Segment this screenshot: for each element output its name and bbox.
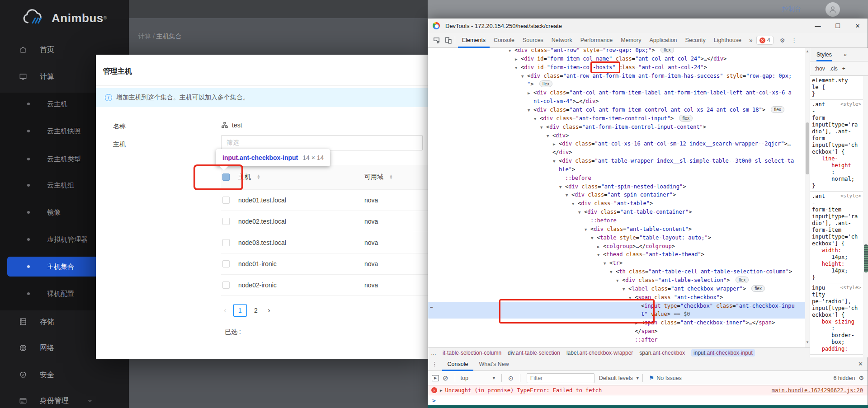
close-button[interactable]: ✕ — [848, 19, 868, 33]
device-toolbar-icon[interactable] — [444, 37, 452, 44]
tree-line[interactable]: ▼<th class="ant-table-cell ant-table-sel… — [428, 267, 805, 276]
tree-line[interactable]: ▶<div class="ant-col ant-form-item-label… — [428, 89, 805, 97]
row-checkbox[interactable] — [222, 260, 230, 267]
tree-line[interactable]: ▼<div class="ant-table-wrapper index__sl… — [428, 157, 805, 165]
devtools-tab-Lighthouse[interactable]: Lighthouse — [710, 33, 745, 48]
tree-line[interactable]: ▶<div class="ant-col-xs-16 ant-col-sm-12… — [428, 140, 805, 148]
stylesheet-source-link[interactable]: <style> — [840, 193, 861, 199]
pagination-page-1[interactable]: 1 — [233, 304, 247, 317]
expand-arrow-icon[interactable]: ▼ — [515, 64, 521, 72]
dom-crumb[interactable]: input.ant-checkbox-input — [691, 349, 755, 356]
expand-arrow-icon[interactable]: ▼ — [578, 208, 584, 217]
tree-line[interactable]: ▶<colgroup>…</colgroup> — [428, 242, 805, 251]
devtools-titlebar[interactable]: DevTools - 172.20.154.250/heat/stack/cre… — [428, 19, 868, 33]
expand-arrow-icon[interactable]: ▼ — [597, 251, 603, 259]
devtools-tab-Network[interactable]: Network — [547, 33, 576, 48]
tree-line[interactable]: ▼<div class="ant-row" style="row-gap: 0p… — [428, 48, 805, 55]
tree-line[interactable]: ▼<div class="ant-col ant-form-item-contr… — [428, 106, 805, 114]
expand-arrow-icon[interactable]: ▼ — [553, 157, 559, 166]
tree-line[interactable]: ▼<div> — [428, 131, 805, 140]
context-select[interactable]: top▼ — [458, 375, 499, 381]
row-checkbox[interactable] — [222, 281, 230, 289]
pagination-page-2[interactable]: 2 — [251, 307, 261, 314]
expand-arrow-icon[interactable]: ▼ — [540, 123, 546, 132]
expand-arrow-icon[interactable]: ▼ — [585, 225, 590, 234]
error-count-badge[interactable]: ✕ 4 — [756, 36, 774, 45]
styles-bar-:hov[interactable]: :hov — [815, 66, 825, 72]
style-rule[interactable]: <style>.ant-forminput[type='radio'], .an… — [810, 100, 863, 192]
styles-scrollbar[interactable] — [863, 76, 868, 357]
zone-column-header[interactable]: 可用域 — [364, 173, 383, 181]
expand-arrow-icon[interactable]: ▼ — [604, 259, 609, 268]
tree-line[interactable]: ▼<div class="ant-table-selection"> flex — [428, 276, 805, 285]
tree-line[interactable]: ▼<div class="ant-form-item-control-input… — [428, 114, 805, 123]
console-nav-link[interactable]: 控制台 — [782, 5, 801, 13]
minimize-button[interactable]: — — [808, 19, 828, 33]
tree-line[interactable]: </div> — [428, 148, 805, 157]
devtools-tab-Security[interactable]: Security — [681, 33, 710, 48]
tree-line[interactable]: ▼<div class="ant-table-content"> — [428, 225, 805, 234]
tab-styles[interactable]: Styles — [816, 48, 832, 61]
devtools-settings-gear-icon[interactable]: ⚙ — [780, 37, 785, 44]
expand-arrow-icon[interactable]: ▼ — [572, 200, 578, 208]
stylesheet-source-link[interactable]: <style> — [840, 285, 861, 291]
user-avatar[interactable] — [826, 2, 840, 17]
tree-line[interactable]: nt-col-sm-4">…</div> — [428, 97, 805, 106]
style-rule[interactable]: element.style {} — [810, 76, 863, 100]
collapsed-arrow-icon[interactable]: ▶ — [515, 55, 521, 64]
devtools-tab-Sources[interactable]: Sources — [519, 33, 547, 48]
collapsed-arrow-icon[interactable]: ▶ — [553, 140, 559, 149]
style-rule[interactable]: <style>.ant-form-iteminput[type='radio']… — [810, 192, 863, 283]
console-prompt[interactable]: > — [428, 395, 868, 405]
zone-sort-icon[interactable]: ▲▼ — [389, 174, 393, 180]
hidden-messages-count[interactable]: 6 hidden — [833, 375, 855, 381]
tree-line[interactable]: ▼<div class="ant-spin-container"> — [428, 191, 805, 199]
elements-scrollbar[interactable] — [805, 48, 810, 347]
expand-error-icon[interactable]: ▶ — [440, 388, 442, 393]
devtools-menu-kebab-icon[interactable]: ⋮ — [791, 37, 797, 44]
tree-line[interactable]: ▼<div class="ant-spin-nested-loading"> — [428, 183, 805, 191]
devtools-tab-Elements[interactable]: Elements — [458, 33, 490, 48]
tree-line[interactable]: ▼<tr> — [428, 259, 805, 267]
drawer-tab-Console[interactable]: Console — [442, 357, 474, 371]
dom-crumb[interactable]: it-table-selection-column — [443, 350, 501, 356]
expand-arrow-icon[interactable]: ▼ — [566, 191, 571, 200]
tree-line[interactable]: ▼<thead class="ant-table-thead"> — [428, 250, 805, 259]
expand-arrow-icon[interactable]: ▼ — [528, 106, 533, 115]
expand-arrow-icon[interactable]: ▼ — [623, 285, 628, 294]
styles-more-chevron[interactable]: » — [844, 52, 847, 58]
error-source-link[interactable]: main.bundle.1624296622.js:20 — [772, 387, 863, 394]
drawer-close-icon[interactable]: ✕ — [858, 361, 863, 367]
tree-line[interactable]: ▼<div class="ant-table-container"> — [428, 208, 805, 216]
console-filter-input[interactable]: Filter — [527, 373, 594, 383]
styles-bar-+[interactable]: + — [842, 66, 845, 72]
style-rule[interactable]: <style>input[type='radio'],input[type='c… — [810, 283, 863, 355]
expand-arrow-icon[interactable]: ▼ — [521, 72, 527, 81]
tree-line[interactable]: ▼<label class="ant-checkbox-wrapper"> fl… — [428, 285, 805, 293]
expand-arrow-icon[interactable]: ▼ — [591, 234, 597, 243]
issues-button[interactable]: ⚑No Issues — [649, 375, 682, 381]
tree-line[interactable]: ▼<div class="ant-form-item-control-input… — [428, 123, 805, 131]
host-sort-icon[interactable]: ▲▼ — [257, 174, 260, 180]
expand-arrow-icon[interactable]: ▼ — [547, 132, 552, 141]
console-settings-gear-icon[interactable]: ⚙ — [859, 375, 864, 381]
dom-crumb[interactable]: label.ant-checkbox-wrapper — [566, 350, 633, 356]
pagination-next-button[interactable]: › — [265, 306, 273, 314]
row-checkbox[interactable] — [222, 218, 230, 225]
log-levels-select[interactable]: Default levels▼ — [599, 375, 640, 381]
tree-line[interactable]: ::after — [428, 336, 805, 344]
console-sidebar-icon[interactable]: ▶ — [432, 375, 439, 381]
sidebar-item-身份管理[interactable]: 身份管理 — [0, 391, 129, 408]
row-checkbox[interactable] — [222, 239, 230, 246]
expand-arrow-icon[interactable]: ▼ — [610, 268, 616, 277]
tree-line[interactable]: ▼<table style="table-layout: auto;"> — [428, 234, 805, 242]
styles-scrollbar-thumb[interactable] — [864, 244, 868, 272]
expand-arrow-icon[interactable]: ▼ — [559, 183, 565, 192]
dom-crumb[interactable]: div.ant-table-selection — [508, 350, 560, 356]
expand-arrow-icon[interactable]: ▼ — [509, 48, 514, 55]
tree-line[interactable]: ::before — [428, 174, 805, 183]
maximize-button[interactable]: ☐ — [828, 19, 848, 33]
tree-line[interactable]: "> flex — [428, 80, 805, 89]
scroll-down-icon[interactable]: ▼ — [805, 340, 810, 344]
live-expression-eye-icon[interactable]: ⊙ — [508, 375, 514, 382]
